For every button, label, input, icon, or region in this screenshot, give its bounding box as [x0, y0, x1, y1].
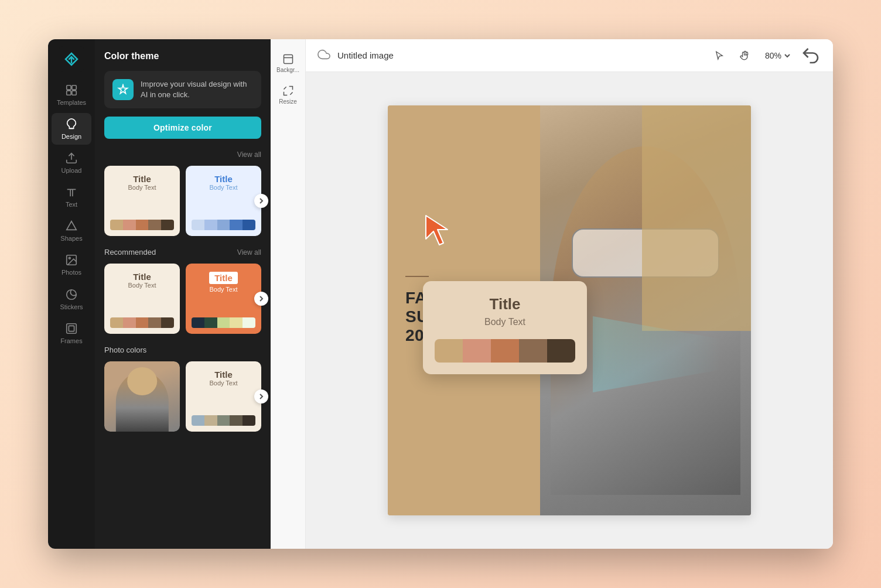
- swatch: [230, 220, 243, 230]
- zoom-control[interactable]: 80%: [760, 47, 795, 64]
- recommended-next-button[interactable]: [254, 292, 268, 306]
- undo-button[interactable]: [800, 45, 821, 66]
- zoom-chevron-icon: [784, 52, 791, 59]
- panel-title: Color theme: [104, 51, 261, 61]
- recommended-card-warm[interactable]: Title Body Text: [104, 264, 180, 334]
- photo-colors-section-header: Photo colors: [104, 346, 261, 354]
- rec-card-warm-swatches: [110, 317, 174, 328]
- tool-background-label: Backgr...: [276, 67, 299, 73]
- sidebar-item-photos[interactable]: Photos: [52, 249, 91, 281]
- sidebar-item-shapes-label: Shapes: [60, 235, 82, 242]
- swatch-5: [547, 339, 575, 363]
- svg-point-11: [69, 258, 70, 259]
- header-tools: 80%: [709, 45, 821, 66]
- swatch: [217, 415, 230, 426]
- photo-card-title: Title: [209, 370, 237, 380]
- swatch: [192, 220, 204, 230]
- hand-tool-button[interactable]: [735, 45, 756, 66]
- swatch: [217, 220, 230, 230]
- sidebar-item-design-label: Design: [62, 133, 81, 140]
- photo-colors-theme-card[interactable]: Title Body Text: [186, 361, 261, 432]
- swatch: [243, 415, 255, 426]
- swatch: [204, 220, 217, 230]
- svg-rect-13: [67, 323, 77, 333]
- canvas-title: Untitled image: [337, 50, 702, 60]
- expanded-theme-card[interactable]: Title Body Text: [423, 281, 587, 374]
- theme-card-blue[interactable]: Title Body Text: [186, 166, 261, 236]
- sidebar-item-templates[interactable]: Templates: [52, 79, 91, 111]
- color-themes-next-button[interactable]: [254, 194, 268, 208]
- swatch: [123, 317, 136, 328]
- tool-background[interactable]: Backgr...: [273, 49, 303, 78]
- sidebar-item-text[interactable]: Text: [52, 181, 91, 213]
- swatch: [148, 317, 161, 328]
- optimize-color-button[interactable]: Optimize color: [104, 117, 261, 139]
- cursor-tool-button[interactable]: [709, 45, 730, 66]
- theme-card-warm-neutral[interactable]: Title Body Text: [104, 166, 180, 236]
- ai-icon: [112, 79, 134, 100]
- sidebar-item-design[interactable]: Design: [52, 113, 91, 145]
- svg-rect-14: [69, 326, 74, 331]
- ai-banner-text: Improve your visual design with AI in on…: [141, 79, 253, 100]
- swatch-2: [463, 339, 491, 363]
- recommended-grid: Title Body Text Title Body Text: [104, 264, 261, 334]
- photo-colors-photo[interactable]: [104, 361, 180, 432]
- rec-card-warm-title: Title: [128, 272, 156, 282]
- sidebar-item-templates-label: Templates: [57, 99, 86, 106]
- swatch: [192, 317, 204, 328]
- color-themes-grid: Title Body Text Title Body Text: [104, 166, 261, 236]
- swatch: [204, 317, 217, 328]
- recommended-section-title: Recommended: [104, 248, 156, 257]
- tool-resize-label: Resize: [279, 98, 297, 105]
- sidebar-item-photos-label: Photos: [62, 269, 81, 276]
- rec-card-orange-title: Title: [209, 272, 237, 284]
- swatch: [230, 415, 243, 426]
- rec-card-orange-swatches: [192, 317, 255, 328]
- recommended-view-all[interactable]: View all: [237, 248, 261, 257]
- sidebar-item-upload-label: Upload: [62, 167, 82, 174]
- svg-rect-4: [72, 91, 76, 95]
- swatch: [217, 317, 230, 328]
- swatch: [148, 220, 161, 230]
- swatch-3: [491, 339, 519, 363]
- theme-card-warm-swatches: [110, 220, 174, 230]
- swatch: [243, 220, 255, 230]
- swatch: [136, 317, 149, 328]
- sidebar-item-upload[interactable]: Upload: [52, 147, 91, 179]
- swatch-4: [519, 339, 547, 363]
- svg-rect-15: [284, 55, 292, 64]
- sidebar-item-stickers[interactable]: Stickers: [52, 283, 91, 315]
- app-logo: [59, 46, 84, 72]
- photo-card-body: Body Text: [209, 380, 237, 387]
- sidebar-item-shapes[interactable]: Shapes: [52, 215, 91, 247]
- recommended-card-orange[interactable]: Title Body Text: [186, 264, 261, 334]
- tool-resize[interactable]: Resize: [273, 80, 303, 110]
- theme-card-blue-title: Title: [209, 174, 237, 184]
- photo-colors-next-button[interactable]: [254, 389, 268, 404]
- swatch: [243, 317, 255, 328]
- canvas-cloud-icon: [317, 48, 330, 63]
- color-themes-view-all[interactable]: View all: [237, 151, 261, 159]
- theme-card-blue-body: Body Text: [209, 184, 237, 191]
- expanded-card-body: Body Text: [435, 317, 575, 327]
- svg-rect-3: [67, 91, 71, 95]
- swatch: [192, 415, 204, 426]
- svg-rect-1: [67, 86, 71, 90]
- theme-card-blue-swatches: [192, 220, 255, 230]
- swatch-1: [435, 339, 463, 363]
- design-canvas[interactable]: FASHION SUNGLASSES 20% OFF: [388, 105, 751, 515]
- canvas-divider: [405, 276, 429, 277]
- swatch: [161, 317, 174, 328]
- recommended-section-header: Recommended View all: [104, 248, 261, 257]
- canvas-header: Untitled image 80%: [306, 39, 833, 72]
- swatch: [110, 220, 123, 230]
- expanded-card-title: Title: [435, 295, 575, 313]
- app-container: Templates Design Upload Text: [48, 39, 833, 549]
- theme-card-warm-body: Body Text: [128, 184, 156, 191]
- swatch: [204, 415, 217, 426]
- photo-colors-section-title: Photo colors: [104, 346, 146, 354]
- sidebar-nav: Templates Design Upload Text: [48, 39, 95, 549]
- color-panel: Color theme Improve your visual design w…: [95, 39, 271, 549]
- sidebar-item-frames[interactable]: Frames: [52, 317, 91, 349]
- svg-rect-2: [72, 86, 76, 90]
